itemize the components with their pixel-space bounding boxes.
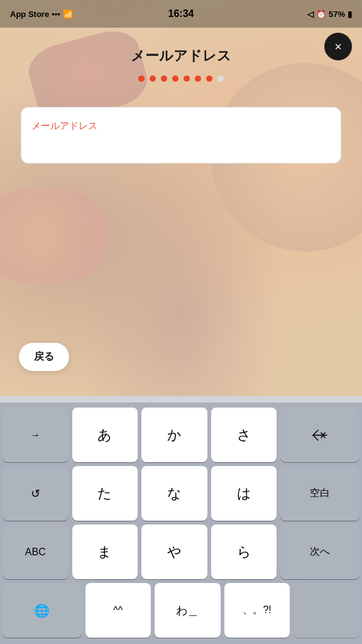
carrier-label: App Store — [10, 9, 49, 19]
progress-dot-6 — [195, 75, 201, 82]
status-time: 16:34 — [168, 8, 194, 19]
key-ta[interactable]: た — [72, 466, 138, 521]
modal-title: メールアドレス — [131, 47, 231, 65]
key-ka[interactable]: か — [141, 408, 207, 462]
key-undo[interactable]: ↺ — [3, 466, 69, 521]
keyboard-grid: → あ か さ ↺ た な は 空白 ABC ま や ら — [0, 402, 362, 644]
key-empty[interactable] — [293, 583, 359, 638]
back-button[interactable]: 戻る — [19, 343, 69, 371]
progress-dot-7 — [206, 75, 212, 82]
keyboard-top-bar — [0, 396, 362, 402]
progress-dot-3 — [161, 75, 167, 82]
keyboard-row-3: ABC ま や ら 次へ — [3, 525, 359, 579]
status-bar: App Store ▪▪▪ 📶 16:34 ◁ ⏰ 57% ▮ — [0, 0, 362, 28]
battery-icon: ▮ — [348, 9, 352, 19]
key-globe[interactable]: 🌐 — [3, 583, 82, 638]
progress-dots — [138, 75, 224, 82]
key-space[interactable]: 空白 — [280, 466, 359, 521]
progress-dot-4 — [172, 75, 178, 82]
key-na[interactable]: な — [141, 466, 207, 521]
key-ra[interactable]: ら — [211, 525, 277, 579]
status-carrier: App Store ▪▪▪ 📶 — [10, 9, 73, 19]
progress-dot-5 — [184, 75, 190, 82]
progress-dot-8 — [217, 75, 224, 82]
close-icon: × — [334, 40, 342, 53]
keyboard-row-2: ↺ た な は 空白 — [3, 466, 359, 521]
key-arrow[interactable]: → — [3, 408, 69, 462]
signal-icon: ▪▪▪ — [52, 9, 60, 19]
key-wa[interactable]: わ＿ — [155, 583, 221, 638]
location-icon: ◁ — [307, 9, 314, 19]
battery-level: 57% — [329, 9, 345, 19]
modal-area: × メールアドレス メールアドレス 戻る — [0, 28, 362, 396]
key-sa[interactable]: さ — [211, 408, 277, 462]
key-a[interactable]: あ — [72, 408, 138, 462]
keyboard-area: → あ か さ ↺ た な は 空白 ABC ま や ら — [0, 396, 362, 644]
key-ya[interactable]: や — [141, 525, 207, 579]
status-right: ◁ ⏰ 57% ▮ — [307, 9, 352, 19]
key-abc[interactable]: ABC — [3, 525, 69, 579]
email-input-container[interactable]: メールアドレス — [21, 107, 341, 164]
email-input-label: メールアドレス — [31, 120, 331, 132]
wifi-icon: 📶 — [63, 9, 73, 19]
key-ma[interactable]: ま — [72, 525, 138, 579]
close-button[interactable]: × — [324, 33, 352, 60]
key-caret[interactable]: ^^ — [85, 583, 151, 638]
progress-dot-1 — [138, 75, 145, 82]
keyboard-row-4: 🌐 ^^ わ＿ 、。?! — [3, 583, 359, 638]
key-ha[interactable]: は — [211, 466, 277, 521]
key-punctuation[interactable]: 、。?! — [224, 583, 290, 638]
key-backspace[interactable] — [280, 408, 359, 462]
progress-dot-2 — [150, 75, 156, 82]
key-next[interactable]: 次へ — [280, 525, 359, 579]
alarm-icon: ⏰ — [316, 9, 326, 19]
keyboard-row-1: → あ か さ — [3, 408, 359, 462]
